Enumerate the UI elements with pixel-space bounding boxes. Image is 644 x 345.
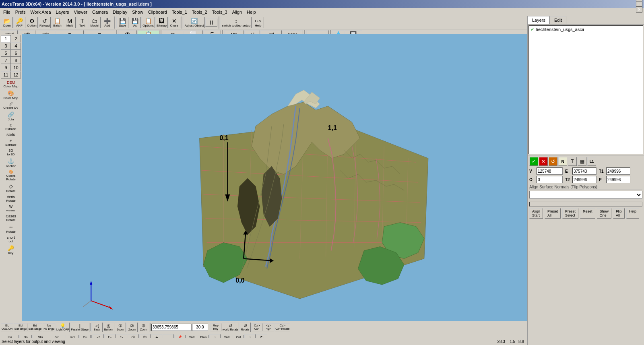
n-icon[interactable]: N — [558, 157, 567, 166]
rotate-button[interactable]: ↺Rotate — [239, 322, 251, 332]
flip-all-button[interactable]: FlipAll — [613, 208, 625, 219]
reset-icon[interactable]: ↺ — [549, 157, 557, 166]
tool-verts-rotate[interactable]: VertsRotate — [0, 194, 21, 203]
layer-num-1[interactable]: 1 — [1, 35, 11, 42]
tool-key[interactable]: 🔑key — [0, 244, 21, 256]
t1-input[interactable] — [606, 167, 630, 175]
layer-num-4[interactable]: 4 — [11, 42, 21, 50]
batch-button[interactable]: 📋Batch — [51, 17, 63, 29]
layers-list[interactable]: ✓ liechtenstein_usgs_ascii — [528, 25, 643, 154]
layer-num-11[interactable]: 11 — [1, 71, 11, 79]
reset-button[interactable]: Reset — [580, 208, 595, 219]
layer-item[interactable]: ✓ liechtenstein_usgs_ascii — [529, 26, 643, 33]
menu-display[interactable]: Display — [110, 9, 130, 15]
l1-icon[interactable]: L1 — [587, 157, 596, 166]
menu-camera[interactable]: Camera — [90, 9, 110, 15]
v-input[interactable] — [537, 167, 563, 175]
tool-color-map[interactable]: 🎨Color Map — [0, 89, 21, 101]
bitmap-button[interactable]: 🖼Bitmap — [155, 17, 168, 29]
tool-extrude2[interactable]: EExtrude — [0, 138, 21, 147]
t-icon[interactable]: T — [568, 157, 577, 166]
layer-num-7[interactable]: 7 — [1, 57, 11, 64]
reload-button[interactable]: ↺Reload — [38, 17, 51, 29]
tool-join[interactable]: 🔗Join — [0, 111, 21, 122]
menu-prefs[interactable]: Prefs — [13, 9, 28, 15]
add-button[interactable]: ➕Add — [101, 17, 113, 29]
cy-button[interactable]: <y><y> — [263, 323, 274, 331]
close-button-tb[interactable]: ✕Close — [168, 17, 180, 29]
menu-help[interactable]: Help — [244, 9, 258, 15]
zoom2-button[interactable]: ②Zoom — [126, 322, 138, 332]
edit-bkgd-button[interactable]: EdEdit Bkgd — [14, 323, 27, 331]
tool-create-uv[interactable]: 🖊Create UV — [0, 101, 21, 110]
help-button[interactable]: Help — [626, 208, 640, 219]
menu-tools3[interactable]: Tools_3 — [210, 9, 230, 15]
menu-workarea[interactable]: Work Area — [28, 9, 53, 15]
close-button[interactable]: ✕ — [636, 7, 642, 12]
preset-select-button[interactable]: PresetSelect — [562, 208, 578, 219]
tool-anchor[interactable]: ⚓anchor — [0, 157, 21, 169]
preset-all-button[interactable]: PresetAll — [545, 208, 561, 219]
menu-align[interactable]: Align — [230, 9, 244, 15]
open-button[interactable]: 📂Open — [1, 17, 13, 29]
grid-icon[interactable]: ▦ — [578, 157, 586, 166]
options-button[interactable]: 📋Options — [141, 17, 155, 29]
tool-short-out[interactable]: shortout — [0, 235, 21, 244]
model-button[interactable]: 🗂Model — [89, 17, 101, 29]
tool-dem-color-map[interactable]: DEMColor Map — [0, 80, 21, 89]
tool-waves[interactable]: Wwaves — [0, 204, 21, 213]
bottom-button[interactable]: ◎Buttom — [103, 322, 114, 332]
cz-rotate-button[interactable]: Cz>Cz> Rotate — [275, 323, 290, 331]
no-bkgd-button[interactable]: NoNo Bkgd — [43, 323, 55, 331]
menu-show[interactable]: Show — [130, 9, 146, 15]
tab-layers[interactable]: Layers — [528, 16, 550, 24]
zoom1-button[interactable]: ①Zoom — [115, 322, 126, 332]
tool-rotate[interactable]: ↔Rotate — [0, 223, 21, 234]
parallel-stage-button[interactable]: ‖Parallel Stage — [70, 322, 89, 332]
save-button[interactable]: 💾Save — [116, 17, 128, 29]
cx-button[interactable]: Cx>Cx> — [251, 323, 262, 331]
light-off-button[interactable]: 💡Light OFF — [56, 322, 70, 332]
show-one-button[interactable]: ShowOne — [597, 208, 612, 219]
ii-button[interactable]: II — [205, 19, 217, 27]
text-button[interactable]: TText — [76, 17, 88, 29]
akf-button[interactable]: 🔑AKF — [13, 17, 25, 29]
save-as-button[interactable]: 💾As — [129, 17, 141, 29]
e-input[interactable] — [572, 167, 597, 175]
world-rotate-button[interactable]: ↺world Rotate — [222, 322, 239, 332]
menu-layers[interactable]: Layers — [54, 9, 72, 15]
layer-num-5[interactable]: 5 — [1, 50, 11, 57]
back-button[interactable]: ◁Back — [91, 322, 103, 332]
edit-stage-button[interactable]: EdEdit Stage — [28, 323, 42, 331]
t2-input[interactable] — [572, 176, 597, 183]
p-input[interactable] — [606, 176, 630, 183]
maximize-button[interactable]: □ — [636, 1, 642, 7]
menu-viewer[interactable]: Viewer — [72, 9, 90, 15]
cancel-icon[interactable]: ✕ — [539, 157, 548, 166]
layer-num-8[interactable]: 8 — [11, 57, 21, 64]
adjust-object-button[interactable]: 🔄Adjust Object — [184, 17, 205, 29]
zoom3-button[interactable]: ③Zoom — [138, 322, 149, 332]
layer-num-2[interactable]: 2 — [11, 35, 21, 42]
menu-tools1[interactable]: Tools_1 — [169, 9, 190, 15]
layer-num-6[interactable]: 6 — [11, 50, 21, 57]
multi-button[interactable]: MMulti — [64, 17, 76, 29]
align-start-button[interactable]: AlignStart — [529, 208, 543, 219]
tool-colors-rotate[interactable]: 🎨Colors Rotate — [0, 169, 21, 182]
tool-to3d[interactable]: 3Dto 3D — [0, 148, 21, 157]
coord-input[interactable] — [151, 324, 192, 331]
ok-icon[interactable]: ✓ — [529, 157, 538, 166]
ogl-on-button[interactable]: GLOGL ON — [1, 323, 13, 331]
switch-toolbar-button[interactable]: ↕switch toolbar setup — [221, 17, 252, 29]
tab-edit[interactable]: Edit — [550, 16, 566, 24]
layer-num-3[interactable]: 3 — [1, 42, 11, 50]
menu-file[interactable]: File — [1, 9, 13, 15]
layer-num-10[interactable]: 10 — [11, 64, 21, 71]
cs-help-button[interactable]: C-SHelp — [252, 17, 264, 29]
tool-cases-rotate[interactable]: CasesRotate — [0, 213, 21, 223]
o-input[interactable] — [537, 176, 563, 183]
layer-num-9[interactable]: 9 — [1, 64, 11, 71]
angle-input[interactable] — [192, 324, 208, 331]
title-controls[interactable]: _ □ ✕ — [636, 0, 642, 12]
menu-tools2[interactable]: Tools_2 — [190, 9, 210, 15]
